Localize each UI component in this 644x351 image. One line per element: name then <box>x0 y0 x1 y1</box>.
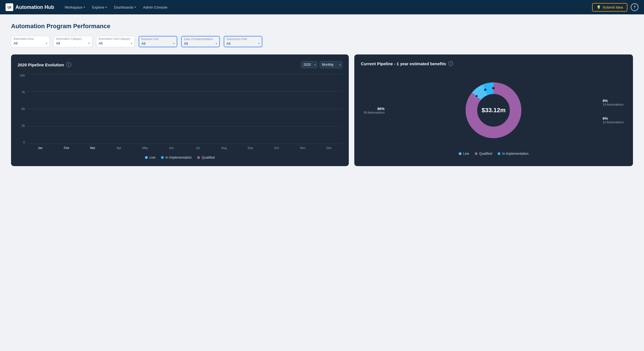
legend-qualified: Qualified <box>197 156 215 159</box>
filter-select-ease-of-implementation[interactable]: All ▾ <box>184 41 217 46</box>
y-label: 75 <box>18 91 25 94</box>
chart-title: 2020 Pipeline Evolution i <box>18 62 71 67</box>
app-logo[interactable]: UI Automation Hub <box>6 3 54 11</box>
y-label: 0 <box>18 141 25 144</box>
chart-header: Current Pipeline - 1 year estimated bene… <box>361 61 626 66</box>
donut-dot-qualified <box>492 87 495 90</box>
y-label: 100 <box>18 74 25 77</box>
filter-select-automation-subcategory[interactable]: All ▾ <box>99 41 132 45</box>
nav-admin[interactable]: Admin Console <box>140 4 170 11</box>
x-label: Jul <box>184 146 211 150</box>
bar-column <box>290 74 316 144</box>
x-label: Jan <box>27 146 53 150</box>
filter-select-submission-path[interactable]: All ▾ <box>226 41 260 46</box>
x-label: Jun <box>158 146 184 150</box>
nav-explore[interactable]: Explore ▾ <box>89 4 110 11</box>
legend-live: Live <box>145 156 155 159</box>
charts-row: 2020 Pipeline Evolution i 202020192018 M… <box>11 54 633 166</box>
period-select[interactable]: MonthlyQuarterly <box>320 61 342 68</box>
logo-icon: UI <box>6 3 13 11</box>
legend-live: Live <box>459 152 469 156</box>
donut-chart-legend: Live Qualified In Implementation <box>361 152 626 156</box>
filter-label: Automation Category <box>56 37 90 40</box>
nav-workspace[interactable]: Workspace ▾ <box>62 4 88 11</box>
filter-ease-of-implementation: Ease of Implementation All ▾ <box>181 36 220 47</box>
y-label: 25 <box>18 124 25 127</box>
filter-submission-path: Submission Path All ▾ <box>224 36 262 47</box>
chart-title: Current Pipeline - 1 year estimated bene… <box>361 61 453 66</box>
y-label: 50 <box>18 107 25 111</box>
x-label: Dec <box>316 146 342 150</box>
filter-label: Business Unit <box>141 38 175 41</box>
chevron-down-icon: ▾ <box>173 42 175 45</box>
y-axis: 0255075100 <box>18 74 27 151</box>
filter-business-unit: Business Unit All ▾ <box>139 36 177 47</box>
chevron-down-icon: ▾ <box>216 42 217 45</box>
bar-column <box>53 74 80 144</box>
chevron-down-icon: ▾ <box>84 6 85 9</box>
bar-column <box>211 74 237 144</box>
filter-select-automation-area[interactable]: All ▾ <box>14 41 47 45</box>
help-button[interactable]: ? <box>631 3 638 11</box>
page-content: Automation Program Performance Automatio… <box>0 14 644 174</box>
legend-dot-qualified <box>475 152 477 155</box>
x-label: Sep <box>237 146 263 150</box>
x-label: Nov <box>290 146 316 150</box>
donut-chart-area: $33.12m 86% 58 Automations 8% 14 Automat… <box>361 72 626 149</box>
bar-column <box>263 74 290 144</box>
bar-column <box>27 74 53 144</box>
filter-select-business-unit[interactable]: All ▾ <box>141 41 175 46</box>
filter-automation-subcategory: Automation Sub-Category All ▾ <box>96 36 135 47</box>
legend-in-implementation: In Implementation <box>498 152 528 156</box>
legend-dot-impl <box>161 156 164 159</box>
x-label: May <box>132 146 158 150</box>
nav-menu: Workspace ▾ Explore ▾ Dashboards ▾ Admin… <box>62 4 584 11</box>
bar-chart-legend: Live In Implementation Qualified <box>18 156 342 159</box>
chart-controls: 202020192018 MonthlyQuarterly <box>301 61 342 68</box>
donut-dot-live <box>475 95 478 98</box>
page-title: Automation Program Performance <box>11 23 633 30</box>
chevron-down-icon: ▾ <box>105 6 107 9</box>
filter-automation-area: Automation Area All ▾ <box>11 36 50 47</box>
year-select[interactable]: 202020192018 <box>301 61 317 68</box>
bar-column <box>158 74 184 144</box>
bar-chart-area: 0255075100JanFebMarAprMayJunJulAugSepOct… <box>18 74 342 151</box>
year-select-wrap: 202020192018 <box>301 61 317 68</box>
donut-label-live: 8% 14 Automations <box>603 99 624 106</box>
bar-column <box>132 74 158 144</box>
submit-idea-button[interactable]: 💡 Submit Idea <box>592 3 627 12</box>
idea-icon: 💡 <box>597 5 601 9</box>
donut-label-impl: 6% 12 Automations <box>603 116 624 124</box>
filter-select-automation-category[interactable]: All ▾ <box>56 41 90 45</box>
navbar: UI Automation Hub Workspace ▾ Explore ▾ … <box>0 0 644 14</box>
filter-label: Ease of Implementation <box>184 38 217 41</box>
bar-column <box>237 74 263 144</box>
donut-center-value: $33.12m <box>482 107 506 114</box>
x-label: Feb <box>53 146 80 150</box>
pipeline-evolution-card: 2020 Pipeline Evolution i 202020192018 M… <box>11 54 349 166</box>
x-label: Oct <box>263 146 290 150</box>
bar-column <box>80 74 106 144</box>
legend-dot-live <box>145 156 148 159</box>
app-title: Automation Hub <box>15 4 54 10</box>
chevron-down-icon: ▾ <box>88 42 90 45</box>
filter-automation-category: Automation Category All ▾ <box>54 36 92 47</box>
bars-area <box>27 74 342 144</box>
x-label: Aug <box>211 146 237 150</box>
chevron-down-icon: ▾ <box>258 42 260 45</box>
bar-column <box>106 74 132 144</box>
nav-dashboards[interactable]: Dashboards ▾ <box>111 4 139 11</box>
info-icon[interactable]: i <box>66 62 71 67</box>
current-pipeline-card: Current Pipeline - 1 year estimated bene… <box>354 54 633 166</box>
donut-label-qualified: 86% 58 Automations <box>364 107 385 114</box>
filter-label: Automation Area <box>14 37 47 40</box>
info-icon[interactable]: i <box>448 61 453 66</box>
legend-dot-impl <box>498 152 500 155</box>
donut-dot-in-implementation <box>484 88 487 91</box>
chevron-down-icon: ▾ <box>131 42 132 45</box>
filter-label: Submission Path <box>226 38 260 41</box>
x-label: Mar <box>80 146 106 150</box>
filters-bar: Automation Area All ▾ Automation Categor… <box>11 36 633 47</box>
period-select-wrap: MonthlyQuarterly <box>320 61 342 68</box>
x-label: Apr <box>106 146 132 150</box>
